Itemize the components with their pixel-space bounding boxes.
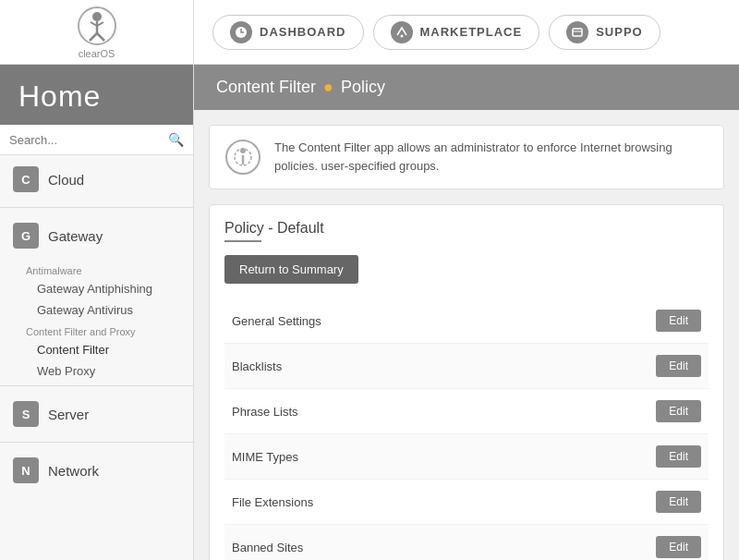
sidebar-item-server[interactable]: S Server [0,390,193,438]
setting-row-blacklists: Blacklists Edit [224,344,709,389]
sidebar-item-cloud[interactable]: C Cloud [0,155,193,203]
setting-label-phrase-lists: Phrase Lists [232,405,298,419]
nav-dashboard[interactable]: DASHBOARD [212,15,364,50]
top-nav: clearOS DASHBOARD MARKETPLACE SUPPO [0,0,739,65]
sidebar-section-server: S Server [0,390,193,438]
search-icon[interactable]: 🔍 [168,132,184,147]
content-header: Content Filter ● Policy [194,65,739,110]
svg-rect-9 [573,29,582,36]
setting-label-file-extensions: File Extensions [232,495,313,509]
edit-phrase-lists-button[interactable]: Edit [656,400,701,422]
svg-line-3 [90,33,97,41]
clearos-logo-icon [77,6,117,46]
logo-area: clearOS [0,0,194,64]
info-icon [224,139,261,176]
sidebar-item-gateway-antivirus[interactable]: Gateway Antivirus [13,299,193,321]
info-text: The Content Filter app allows an adminis… [274,139,709,175]
content-filter-proxy-label: Content Filter and Proxy [13,321,193,339]
edit-general-button[interactable]: Edit [656,310,701,332]
svg-point-8 [400,34,403,37]
cloud-icon: C [13,166,39,192]
edit-banned-sites-button[interactable]: Edit [656,536,701,558]
policy-card: Policy - Default Return to Summary Gener… [209,204,724,560]
sidebar-item-gateway-antiphishing[interactable]: Gateway Antiphishing [13,278,193,299]
sidebar-item-content-filter[interactable]: Content Filter [13,339,193,360]
search-input[interactable] [9,133,168,147]
edit-file-extensions-button[interactable]: Edit [656,491,701,513]
breadcrumb-separator: ● [323,78,333,97]
content-area: Content Filter ● Policy The Content Filt… [194,65,739,560]
support-icon [566,21,588,43]
logo-text: clearOS [79,48,115,59]
nav-items: DASHBOARD MARKETPLACE SUPPO [194,0,660,64]
setting-row-phrase-lists: Phrase Lists Edit [224,389,709,434]
breadcrumb-part2: Policy [341,78,385,97]
setting-label-banned-sites: Banned Sites [232,541,303,554]
svg-point-1 [92,12,102,21]
setting-row-banned-sites: Banned Sites Edit [224,525,709,560]
setting-row-mime-types: MIME Types Edit [224,434,709,480]
sidebar-item-gateway[interactable]: G Gateway [0,212,193,260]
sidebar-section-network: N Network [0,446,193,494]
gateway-icon: G [13,223,39,249]
svg-line-4 [97,33,104,41]
setting-row-file-extensions: File Extensions Edit [224,480,709,525]
setting-label-mime-types: MIME Types [232,450,298,464]
sidebar-search-area: 🔍 [0,125,193,155]
policy-underline [224,240,261,242]
gateway-subgroup-content: Content Filter and Proxy Content Filter … [0,321,193,382]
edit-mime-types-button[interactable]: Edit [656,445,701,468]
breadcrumb-part1: Content Filter [216,78,316,97]
dashboard-icon [230,21,252,43]
setting-row-general: General Settings Edit [224,298,709,344]
marketplace-icon [391,21,413,43]
main-body: Home 🔍 C Cloud G Gateway Antimalware Gat… [0,65,739,560]
policy-title: Policy - Default [224,220,709,237]
divider-3 [0,442,193,443]
edit-blacklists-button[interactable]: Edit [656,355,701,377]
antimalware-group-label: Antimalware [13,260,193,278]
settings-list: General Settings Edit Blacklists Edit Ph… [224,298,709,560]
sidebar-item-network[interactable]: N Network [0,446,193,494]
server-icon: S [13,401,39,427]
nav-support[interactable]: SUPPO [549,15,660,50]
setting-label-blacklists: Blacklists [232,359,282,373]
sidebar-section-gateway: G Gateway Antimalware Gateway Antiphishi… [0,212,193,382]
sidebar: Home 🔍 C Cloud G Gateway Antimalware Gat… [0,65,194,560]
nav-marketplace[interactable]: MARKETPLACE [373,15,540,50]
return-to-summary-button[interactable]: Return to Summary [224,255,358,284]
info-banner: The Content Filter app allows an adminis… [209,125,724,189]
gateway-subgroup-antimalware: Antimalware Gateway Antiphishing Gateway… [0,260,193,321]
divider-2 [0,385,193,386]
network-icon: N [13,457,39,483]
content-body: The Content Filter app allows an adminis… [194,110,739,560]
divider-1 [0,207,193,208]
sidebar-section-cloud: C Cloud [0,155,193,203]
setting-label-general: General Settings [232,314,321,328]
sidebar-home-label: Home [0,65,193,125]
sidebar-item-web-proxy[interactable]: Web Proxy [13,360,193,382]
